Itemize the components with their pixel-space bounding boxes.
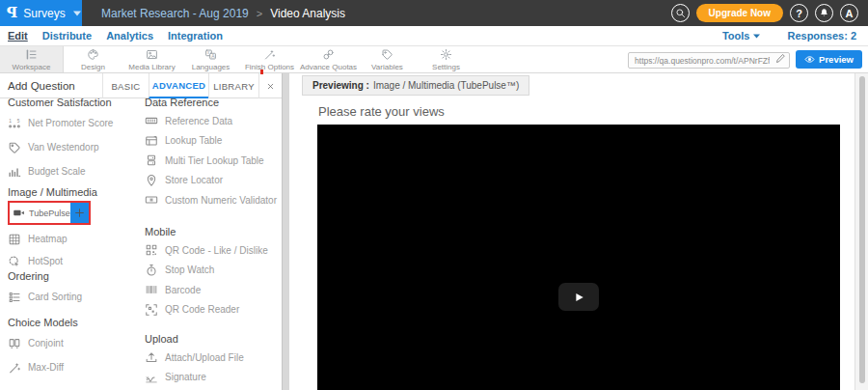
chain-links-icon [322, 48, 335, 61]
question-type-custom-numeric-validator[interactable]: Custom Numeric Validator [145, 190, 285, 210]
heatmap-grid-icon [8, 233, 21, 246]
question-type-signature[interactable]: Signature [145, 368, 285, 388]
main-nav: Edit Distribute Analytics Integration To… [0, 26, 868, 46]
play-button[interactable] [558, 283, 599, 311]
toolbar-item-label: Media Library [128, 63, 175, 71]
surveys-product-menu[interactable]: P Surveys [0, 0, 82, 26]
question-type-net-promoter-score[interactable]: 15 Net Promoter Score [8, 111, 143, 135]
question-type-attach-upload-file[interactable]: Attach/Upload File [145, 348, 285, 368]
question-type-multi-tier-lookup-table[interactable]: Multi Tier Lookup Table [145, 151, 285, 171]
add-question-header: Add Question BASIC ADVANCED LIBRARY [0, 73, 282, 98]
question-type-van-westendorp[interactable]: Van Westendorp [8, 135, 143, 159]
tab-advanced[interactable]: ADVANCED [149, 73, 208, 98]
section-data-reference: Data Reference Reference Data Lookup Tab… [145, 97, 285, 210]
questionpro-app: P Surveys Market Research - Aug 2019 > V… [0, 0, 868, 390]
question-type-conjoint[interactable]: Conjoint [8, 331, 143, 355]
close-panel-button[interactable] [258, 73, 282, 98]
toolbar-item-advance-quotas[interactable]: Advance Quotas [299, 46, 358, 72]
survey-url-group: Preview [628, 46, 868, 72]
image-icon [146, 48, 158, 61]
section-mobile: Mobile QR Code - Like / Dislike Stop Wat… [145, 226, 285, 320]
barcode-icon [145, 283, 158, 296]
toolbar-item-finish-options[interactable]: Finish Options [240, 46, 299, 72]
question-type-reference-data[interactable]: Reference Data [145, 111, 285, 131]
question-type-lookup-table[interactable]: Lookup Table [145, 131, 285, 152]
question-type-label: Multi Tier Lookup Table [165, 155, 264, 166]
map-pin-icon [145, 174, 158, 187]
question-type-qr-code-reader[interactable]: QR Code Reader [145, 300, 285, 320]
preview-button[interactable]: Preview [796, 50, 862, 69]
qr-reader-icon [145, 303, 158, 317]
question-type-barcode[interactable]: Barcode [145, 280, 285, 300]
panel-scrollbar[interactable] [282, 73, 289, 390]
section-choice-models: Choice Models Conjoint Max-Diff [8, 317, 143, 379]
question-type-label: Custom Numeric Validator [165, 195, 277, 206]
tab-distribute[interactable]: Distribute [42, 30, 92, 42]
upgrade-now-button[interactable]: Upgrade Now [696, 4, 783, 22]
chevron-down-icon [753, 34, 760, 39]
topbar-actions: Upgrade Now ? A [671, 4, 868, 22]
gear-icon [440, 48, 452, 61]
question-type-label: Barcode [165, 285, 201, 295]
section-upload: Upload Attach/Upload File Signature [145, 333, 285, 387]
video-player[interactable] [317, 125, 840, 390]
chevron-down-icon [73, 11, 81, 16]
question-type-label: Signature [165, 372, 206, 382]
question-type-hotspot[interactable]: HotSpot [8, 250, 143, 272]
add-question-title: Add Question [8, 80, 75, 92]
toolbar-item-languages[interactable]: xA Languages [181, 46, 240, 72]
question-type-card-sorting[interactable]: Card Sorting [8, 285, 143, 309]
question-type-label: Card Sorting [28, 292, 82, 302]
toolbar-item-media-library[interactable]: Media Library [122, 46, 181, 72]
previewing-tab: Previewing : Image / Multimedia (TubePul… [302, 75, 529, 96]
question-type-heatmap[interactable]: Heatmap [8, 228, 143, 250]
survey-toolbar: Workspace Design Media Library xA Langua… [0, 46, 868, 73]
tab-library[interactable]: LIBRARY [208, 73, 258, 98]
add-tubepulse-question-button[interactable] [70, 203, 89, 223]
reference-data-icon [145, 114, 158, 127]
tag-icon [381, 48, 393, 61]
scrollbar-thumb[interactable] [859, 76, 865, 383]
lookup-table-icon [145, 134, 158, 148]
question-type-label: Budget Scale [28, 166, 86, 177]
question-preview-area: Previewing : Image / Multimedia (TubePul… [289, 73, 854, 390]
question-type-stop-watch[interactable]: Stop Watch [145, 261, 285, 281]
question-type-max-diff[interactable]: Max-Diff [8, 355, 143, 379]
toolbar-item-settings[interactable]: Settings [417, 46, 475, 72]
responses-count[interactable]: Responses: 2 [787, 30, 856, 42]
bar-chart-icon [8, 165, 21, 179]
breadcrumb-current-page: Video Analysis [270, 7, 345, 20]
question-type-tubepulse-selected[interactable]: TubePulse™ [8, 201, 91, 225]
wand-icon [8, 361, 21, 375]
survey-url-input[interactable] [628, 52, 790, 69]
avatar[interactable]: A [840, 4, 858, 22]
bell-icon [819, 8, 829, 18]
stopwatch-icon [145, 264, 158, 277]
question-type-budget-scale[interactable]: Budget Scale [8, 159, 143, 183]
question-type-store-locator[interactable]: Store Locator [145, 171, 285, 191]
help-button[interactable]: ? [790, 4, 808, 22]
close-icon [266, 82, 275, 91]
question-type-label: HotSpot [28, 256, 63, 266]
tools-menu[interactable]: Tools [722, 30, 761, 42]
page-scrollbar[interactable] [854, 73, 868, 390]
edit-url-pencil-icon[interactable] [775, 53, 786, 64]
plus-icon [73, 207, 86, 219]
breadcrumb-survey-name[interactable]: Market Research - Aug 2019 [101, 7, 249, 20]
question-type-label: Stop Watch [165, 265, 214, 275]
nav-right: Tools Responses: 2 [722, 30, 856, 42]
toolbar-item-label: Advance Quotas [300, 63, 357, 71]
question-type-qr-code-like-dislike[interactable]: QR Code - Like / Dislike [145, 240, 285, 261]
tab-analytics[interactable]: Analytics [106, 30, 153, 42]
tab-basic[interactable]: BASIC [102, 73, 149, 98]
toolbar-item-workspace[interactable]: Workspace [0, 46, 64, 72]
tab-integration[interactable]: Integration [168, 30, 223, 42]
tab-edit[interactable]: Edit [8, 30, 28, 42]
svg-text:5: 5 [17, 119, 20, 124]
search-button[interactable] [671, 4, 690, 22]
toolbar-item-variables[interactable]: Variables [358, 46, 417, 72]
toolbar-item-design[interactable]: Design [64, 46, 122, 72]
stacked-tables-icon [145, 153, 158, 167]
notifications-button[interactable] [815, 4, 833, 22]
question-type-label: Net Promoter Score [28, 118, 113, 128]
